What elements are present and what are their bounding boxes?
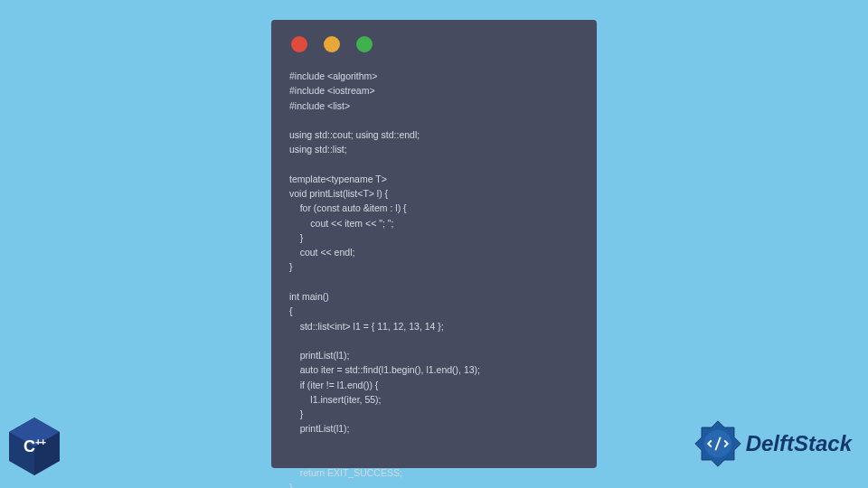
- traffic-light-red-icon: [291, 36, 307, 52]
- cpp-label: C: [24, 437, 35, 455]
- delft-logo: DelftStack: [693, 419, 852, 468]
- delft-gear-icon: [693, 419, 742, 468]
- code-window: #include <algorithm> #include <iostream>…: [271, 20, 597, 468]
- cpp-plus: ++: [35, 436, 45, 447]
- cpp-hexagon-icon: C++: [9, 418, 60, 475]
- code-block: #include <algorithm> #include <iostream>…: [289, 69, 579, 488]
- cpp-badge: C++: [9, 418, 67, 475]
- delft-label: DelftStack: [746, 431, 852, 456]
- traffic-light-yellow-icon: [324, 36, 340, 52]
- traffic-light-green-icon: [356, 36, 373, 52]
- traffic-lights: [291, 36, 579, 52]
